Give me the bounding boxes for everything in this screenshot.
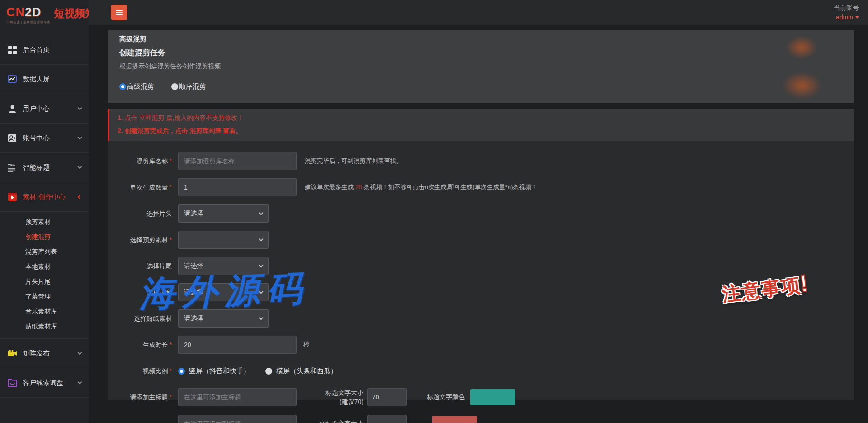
- caret-down-icon: [855, 16, 859, 19]
- sidebar-item-label: 素材-创作中心: [23, 193, 78, 201]
- sidebar-item-user-center[interactable]: 用户中心: [0, 94, 89, 124]
- radio-label: 竖屏（抖音和快手）: [189, 367, 250, 375]
- subtitle-color-swatch[interactable]: [432, 416, 477, 423]
- field-label: 请添加主标题*: [108, 393, 172, 401]
- radio-checked-icon: [119, 83, 126, 90]
- id-card-icon: [7, 133, 17, 143]
- grid-icon: [7, 45, 17, 55]
- warning-text: 2. 创建混剪完成后，点击: [118, 127, 189, 134]
- create-mix-form: 混剪库名称* 混剪完毕后，可到混剪库列表查找。 单次生成数量* 建议单次最多生成…: [108, 141, 854, 400]
- chevron-down-icon: [259, 316, 264, 320]
- radio-advanced-mix[interactable]: 高级混剪: [119, 82, 154, 91]
- subtitle-input[interactable]: [178, 415, 297, 423]
- field-label: 选择片头: [108, 209, 172, 218]
- title-font-size-input[interactable]: [367, 388, 407, 406]
- duration-unit: 秒: [303, 341, 309, 349]
- field-label: 选择声音: [108, 288, 172, 296]
- svg-text:Title: Title: [8, 163, 15, 167]
- sidebar-item-label: 矩阵发布: [23, 349, 78, 358]
- sidebar-subitem-precut-material[interactable]: 预剪素材: [0, 214, 89, 229]
- sidebar-subitem-subtitle-management[interactable]: 字幕管理: [0, 289, 89, 304]
- sidebar-item-dashboard[interactable]: 后台首页: [0, 35, 89, 65]
- radio-checked-icon: [178, 368, 185, 375]
- title-size-label: 标题文字大小(建议70): [318, 388, 363, 407]
- material-center-submenu: 预剪素材 创建混剪 混剪库列表 本地素材 片头片尾 字幕管理 音乐素材库 贴纸素…: [0, 212, 89, 339]
- sidebar-item-label: 客户线索询盘: [23, 379, 78, 387]
- required-asterisk: *: [170, 394, 172, 401]
- field-label: 选择预剪素材*: [108, 236, 172, 244]
- radio-label: 顺序混剪: [179, 82, 206, 91]
- logo-brand-block: CN2D 中网智达 | 全网整合营销专家: [6, 5, 50, 24]
- sidebar-subitem-intro-outro[interactable]: 片头片尾: [0, 274, 89, 289]
- subtitle-font-size-input[interactable]: [367, 415, 407, 423]
- sidebar-subitem-local-material[interactable]: 本地素材: [0, 259, 89, 274]
- chart-icon: [7, 74, 17, 84]
- title-color-swatch[interactable]: [470, 389, 515, 405]
- form-row-library-name: 混剪库名称* 混剪完毕后，可到混剪库列表查找。: [108, 152, 854, 170]
- sidebar-subitem-mix-library-list[interactable]: 混剪库列表: [0, 244, 89, 259]
- generate-count-input[interactable]: [178, 178, 297, 196]
- form-row-outro: 选择片尾 请选择: [108, 257, 854, 275]
- radio-label: 高级混剪: [127, 82, 154, 91]
- main-title-input[interactable]: [178, 388, 297, 406]
- sidebar-item-smart-title[interactable]: Title 智能标题: [0, 153, 89, 182]
- required-asterisk: *: [170, 184, 172, 191]
- subtitle-size-label: 副标题文字大小: [318, 419, 363, 423]
- sidebar-item-matrix-publish[interactable]: 矩阵发布: [0, 339, 89, 368]
- topbar: 当前账号 admin: [89, 0, 868, 25]
- chevron-down-icon: [259, 290, 264, 294]
- sidebar-item-customer-leads[interactable]: 客户线索询盘: [0, 368, 89, 398]
- radio-sequential-mix[interactable]: 顺序混剪: [171, 82, 206, 91]
- sidebar-subitem-create-mix[interactable]: 创建混剪: [0, 229, 89, 244]
- intro-select[interactable]: 请选择: [178, 204, 269, 223]
- warning-line-1: 1. 点击 立即混剪 后,输入的内容不支持修改！: [118, 114, 846, 122]
- field-label: 视频比例*: [108, 367, 172, 375]
- mix-mode-radio-group: 高级混剪 顺序混剪: [119, 82, 842, 91]
- precut-material-select[interactable]: [178, 231, 269, 249]
- chevron-down-icon: [78, 105, 82, 110]
- ratio-radio-group: 竖屏（抖音和快手） 横屏（头条和西瓜）: [178, 367, 337, 375]
- logo-brand-2d: 2D: [25, 5, 42, 19]
- sidebar-nav: 后台首页 数据大屏 用户中心 账号中心: [0, 35, 89, 398]
- field-hint: 建议单次最多生成 20 条视频！如不够可点击n次生成,即可生成(单次生成量*n)…: [305, 183, 538, 191]
- sidebar-item-label: 智能标题: [23, 163, 78, 172]
- outro-select[interactable]: 请选择: [178, 257, 269, 275]
- sidebar-subitem-music-library[interactable]: 音乐素材库: [0, 304, 89, 319]
- radio-horizontal-screen[interactable]: 横屏（头条和西瓜）: [265, 367, 337, 375]
- form-row-sub-title: 副标题文字大小: [108, 415, 854, 423]
- logo-title: 短视频矩: [54, 6, 89, 20]
- section-title: 高级混剪: [119, 35, 842, 43]
- required-asterisk: *: [170, 341, 172, 348]
- sidebar-item-account-center[interactable]: 账号中心: [0, 124, 89, 153]
- required-asterisk: *: [170, 367, 172, 375]
- warning-banner: 1. 点击 立即混剪 后,输入的内容不支持修改！ 2. 创建混剪完成后，点击 混…: [108, 109, 854, 141]
- form-row-duration: 生成时长* 秒: [108, 336, 854, 354]
- menu-toggle-button[interactable]: [111, 5, 127, 20]
- sound-select[interactable]: 请选择: [178, 283, 269, 301]
- sidebar-item-label: 账号中心: [23, 134, 78, 143]
- logo-brand-cn: CN: [6, 5, 25, 19]
- field-hint: 混剪完毕后，可到混剪库列表查找。: [305, 157, 402, 165]
- sticker-material-select[interactable]: 请选择: [178, 309, 269, 328]
- sidebar-subitem-sticker-library[interactable]: 贴纸素材库: [0, 319, 89, 334]
- sidebar-item-material-center[interactable]: 素材-创作中心: [0, 182, 89, 212]
- title-color-label: 标题文字颜色: [427, 393, 465, 401]
- page-subtitle: 根据提示创建混剪任务创作混剪视频: [119, 62, 842, 71]
- field-label: 选择贴纸素材: [108, 314, 172, 323]
- field-label: 生成时长*: [108, 341, 172, 349]
- radio-vertical-screen[interactable]: 竖屏（抖音和快手）: [178, 367, 250, 375]
- logo[interactable]: CN2D 中网智达 | 全网整合营销专家 短视频矩: [0, 0, 89, 35]
- mix-library-name-input[interactable]: [178, 152, 297, 170]
- video-play-icon: [7, 192, 17, 202]
- form-row-main-title: 请添加主标题* 标题文字大小(建议70) 标题文字颜色: [108, 388, 854, 407]
- duration-input[interactable]: [178, 336, 297, 354]
- sidebar-item-data-screen[interactable]: 数据大屏: [0, 65, 89, 94]
- max-count-number: 20: [355, 184, 362, 190]
- account-dropdown[interactable]: admin: [834, 13, 859, 22]
- mix-library-list-link[interactable]: 混剪库列表: [189, 127, 221, 134]
- account-name: admin: [836, 13, 853, 22]
- sidebar: CN2D 中网智达 | 全网整合营销专家 短视频矩 后台首页 数据大屏: [0, 0, 89, 423]
- radio-unchecked-icon: [171, 83, 178, 90]
- logo-brand: CN2D: [6, 5, 50, 19]
- form-row-ratio: 视频比例* 竖屏（抖音和快手） 横屏（头条和西瓜）: [108, 362, 854, 380]
